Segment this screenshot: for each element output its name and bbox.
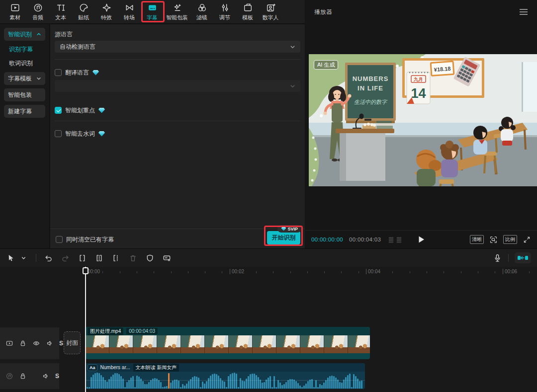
template-icon	[243, 2, 253, 13]
toolbar-tab-filter[interactable]: 滤镜	[191, 1, 213, 23]
player-title: 播放器	[314, 8, 332, 16]
chevron-down-icon	[290, 44, 295, 50]
quality-button[interactable]: 清晰	[470, 235, 484, 244]
select-tool-icon[interactable]	[6, 253, 15, 263]
video-thumbnail	[348, 335, 370, 353]
sidebar-item-4[interactable]: 智能包装	[4, 88, 45, 101]
trim-right-tool-icon[interactable]	[111, 253, 121, 263]
toolbar-tab-text[interactable]: 文本	[50, 1, 72, 23]
video-track-icon	[5, 339, 13, 347]
divider	[50, 229, 305, 229]
undo-icon[interactable]	[44, 253, 53, 263]
select-tool-chevron-icon[interactable]	[19, 253, 28, 263]
chevron-down-icon	[36, 76, 41, 81]
toolbar-tab-template[interactable]: 模板	[237, 1, 259, 23]
clear-existing-option[interactable]: 同时清空已有字幕	[56, 235, 114, 244]
clear-captions-icon[interactable]	[162, 253, 172, 263]
video-thumbnail	[86, 335, 109, 353]
source-language-dropdown[interactable]: 自动检测语言	[55, 41, 300, 53]
audio-waveform	[86, 372, 365, 389]
redo-icon[interactable]	[61, 253, 70, 263]
cover-button[interactable]: 封面	[64, 331, 81, 354]
vip-gem-icon	[281, 227, 286, 231]
smart-highlight-option[interactable]: 智能划重点	[55, 106, 105, 115]
video-track-header: S	[0, 327, 59, 359]
divider	[508, 254, 509, 262]
video-thumbnail	[133, 335, 157, 353]
solo-button[interactable]: S	[55, 373, 59, 380]
ruler-label: 00:06	[503, 269, 517, 274]
trim-left-tool-icon[interactable]	[94, 253, 104, 263]
playhead-handle[interactable]	[83, 267, 89, 274]
toolbar-tab-adjust[interactable]: 调节	[214, 1, 236, 23]
text-to-speech-icon: Aa	[88, 364, 97, 371]
sidebar-item-3[interactable]: 字幕模板	[4, 72, 45, 85]
eye-icon[interactable]	[32, 339, 40, 347]
video-clip-name: 图片处理.mp4	[88, 327, 123, 335]
video-thumbnail	[229, 335, 253, 353]
lock-icon[interactable]	[19, 372, 27, 380]
player-menu-icon[interactable]	[519, 8, 528, 15]
mask-icon[interactable]	[145, 253, 155, 263]
chevron-up-icon	[36, 32, 41, 37]
lock-icon[interactable]	[19, 339, 27, 347]
video-clip[interactable]: 图片处理.mp4 00:00:04:03	[86, 327, 370, 359]
preview-focus-icon[interactable]	[489, 235, 498, 244]
split-tool-icon[interactable]	[78, 253, 87, 263]
translate-language-dropdown[interactable]	[55, 80, 300, 92]
svg-text:¥18.18: ¥18.18	[434, 66, 450, 73]
toolbar-tab-digital-human[interactable]: 数字人	[260, 1, 281, 23]
ruler-label: 00:02	[230, 269, 244, 274]
sidebar: 智能识别识别字幕歌词识别字幕模板智能包装新建字幕	[0, 24, 50, 248]
remove-filler-checkbox[interactable]	[55, 130, 62, 137]
sidebar-item-1[interactable]: 识别字幕	[4, 44, 45, 55]
playhead-line[interactable]	[85, 267, 86, 392]
toolbar-tab-media[interactable]: 素材	[4, 1, 26, 23]
clear-existing-checkbox[interactable]	[56, 236, 63, 243]
fullscreen-icon[interactable]	[523, 235, 531, 244]
toolbar-tab-sticker[interactable]: 贴纸	[73, 1, 94, 23]
list-icon	[396, 236, 402, 243]
source-language-label: 源语言	[55, 30, 73, 39]
divider	[55, 59, 300, 60]
ruler-tick	[444, 271, 444, 273]
ruler-tick	[358, 271, 359, 273]
remove-filler-option[interactable]: 智能去水词	[55, 129, 105, 138]
record-voiceover-icon[interactable]	[493, 253, 502, 263]
play-button[interactable]	[417, 235, 425, 243]
smart-highlight-checkbox[interactable]	[55, 107, 62, 114]
solo-button[interactable]: S	[59, 340, 63, 347]
ruler-tick	[478, 271, 478, 273]
toolbar-tab-effects[interactable]: 特效	[95, 1, 117, 23]
delete-icon[interactable]	[128, 253, 138, 263]
speaker-icon[interactable]	[42, 372, 50, 380]
toolbar-tab-audio[interactable]: 音频	[27, 1, 49, 23]
video-preview-scene: NUMBERS IN LIFE 生活中的数字 九月 14	[309, 54, 537, 186]
waveform-midline	[86, 380, 365, 381]
divider	[36, 254, 36, 262]
svg-text:IN LIFE: IN LIFE	[358, 84, 383, 92]
translate-language-option[interactable]: 翻译语言	[55, 68, 99, 77]
speaker-icon[interactable]	[46, 339, 54, 347]
toolbar-tab-transition[interactable]: 转场	[118, 1, 140, 23]
timeline-ruler[interactable]: 00:0000:0200:0400:06	[0, 267, 537, 277]
sidebar-item-2[interactable]: 歌词识别	[4, 58, 45, 69]
toolbar-tab-captions[interactable]: 字幕	[141, 1, 163, 23]
svg-text:生活中的数字: 生活中的数字	[354, 99, 387, 105]
recognize-captions-panel: 源语言 自动检测语言 翻译语言 智能划重点 智能去水词	[50, 24, 305, 248]
toolbar-tab-smart-pack[interactable]: 智能包装	[164, 1, 190, 23]
auto-snap-toggle[interactable]	[515, 252, 531, 263]
source-language-value: 自动检测语言	[60, 43, 95, 51]
chevron-down-icon	[290, 83, 295, 89]
audio-clip[interactable]: Aa Numbers ar... 文本朗读 新闻女声	[86, 363, 365, 389]
ruler-tick	[495, 271, 495, 273]
ruler-tick	[102, 271, 103, 273]
sidebar-item-5[interactable]: 新建字幕	[4, 105, 45, 118]
sidebar-item-0[interactable]: 智能识别	[4, 28, 45, 41]
audio-clip-name: Numbers ar...	[100, 365, 130, 370]
translate-language-checkbox[interactable]	[55, 69, 62, 76]
start-recognition-button[interactable]: 开始识别	[267, 231, 300, 244]
audio-track-icon	[5, 372, 13, 380]
divider	[55, 121, 300, 121]
ratio-button[interactable]: 比例	[503, 235, 517, 244]
